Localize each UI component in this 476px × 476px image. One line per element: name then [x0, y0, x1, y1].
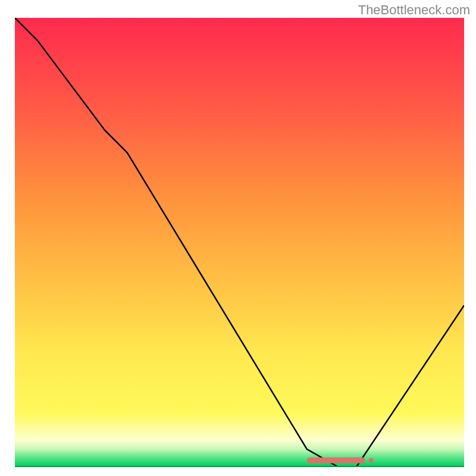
gradient-background: [15, 18, 464, 467]
optimal-range-marker: [307, 458, 365, 464]
watermark-text: TheBottleneck.com: [358, 2, 470, 18]
chart-plot-area: [15, 18, 464, 467]
chart-container: TheBottleneck.com: [0, 0, 476, 476]
chart-svg: [15, 18, 464, 467]
optimal-range-dot: [369, 458, 374, 463]
